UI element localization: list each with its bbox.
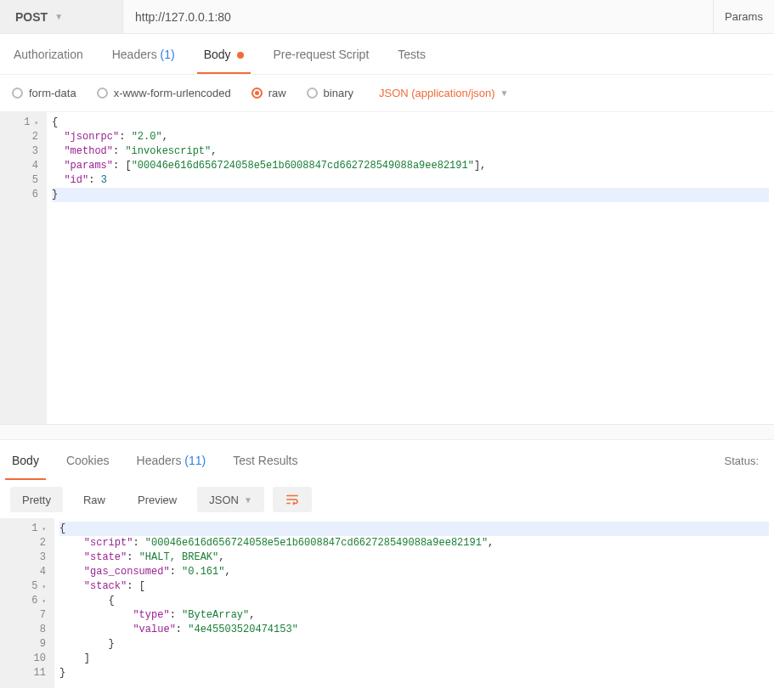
- url-input[interactable]: [123, 0, 713, 33]
- line-gutter: 1 2 3 4 5 6 7 8 9 10 11: [0, 518, 54, 688]
- line-gutter: 1 2 3 4 5 6: [0, 112, 47, 424]
- chevron-down-icon: ▼: [244, 495, 252, 505]
- tab-headers-count: (11): [184, 454, 206, 467]
- tab-response-testresults[interactable]: Test Results: [231, 442, 299, 479]
- radio-icon: [97, 88, 108, 99]
- tab-tests[interactable]: Tests: [396, 36, 427, 73]
- preview-button[interactable]: Preview: [126, 487, 189, 512]
- tab-prerequest[interactable]: Pre-request Script: [271, 36, 370, 73]
- request-tabs: Authorization Headers (1) Body Pre-reque…: [0, 34, 774, 75]
- wrap-lines-button[interactable]: [273, 487, 312, 512]
- body-type-selector: form-data x-www-form-urlencoded raw bina…: [0, 75, 774, 112]
- radio-urlencoded[interactable]: x-www-form-urlencoded: [97, 87, 231, 99]
- content-type-label: JSON (application/json): [379, 87, 495, 99]
- chevron-down-icon: ▼: [500, 88, 509, 98]
- tab-body-label: Body: [204, 48, 231, 61]
- radio-icon: [307, 88, 318, 99]
- dot-indicator-icon: [237, 52, 244, 59]
- tab-response-headers[interactable]: Headers (11): [135, 442, 208, 479]
- radio-binary[interactable]: binary: [307, 87, 353, 99]
- params-button[interactable]: Params: [713, 0, 774, 33]
- radio-label: x-www-form-urlencoded: [114, 87, 231, 99]
- format-label: JSON: [209, 494, 239, 506]
- tab-authorization[interactable]: Authorization: [12, 36, 85, 73]
- radio-icon: [12, 88, 23, 99]
- radio-label: binary: [324, 87, 353, 99]
- radio-form-data[interactable]: form-data: [12, 87, 76, 99]
- tab-headers[interactable]: Headers (1): [110, 36, 177, 73]
- http-method-label: POST: [15, 10, 48, 24]
- request-code-area[interactable]: { "jsonrpc": "2.0", "method": "invokescr…: [47, 112, 774, 424]
- chevron-down-icon: ▼: [54, 12, 63, 21]
- tab-headers-count: (1): [161, 48, 175, 61]
- tab-headers-label: Headers: [112, 48, 161, 61]
- tab-label: Headers: [137, 454, 185, 467]
- pretty-button[interactable]: Pretty: [10, 487, 63, 512]
- raw-button[interactable]: Raw: [71, 487, 117, 512]
- response-tabs: Body Cookies Headers (11) Test Results S…: [0, 440, 774, 481]
- radio-label: raw: [268, 87, 286, 99]
- response-body-viewer[interactable]: 1 2 3 4 5 6 7 8 9 10 11 { "script": "000…: [0, 518, 774, 688]
- format-dropdown[interactable]: JSON ▼: [197, 487, 264, 512]
- tab-response-body[interactable]: Body: [10, 442, 41, 479]
- radio-label: form-data: [29, 87, 76, 99]
- radio-icon: [251, 88, 263, 99]
- request-topbar: POST ▼ Params: [0, 0, 774, 34]
- tab-response-cookies[interactable]: Cookies: [65, 442, 111, 479]
- tab-body[interactable]: Body: [202, 36, 246, 73]
- response-toolbar: Pretty Raw Preview JSON ▼: [0, 481, 774, 518]
- request-body-editor[interactable]: 1 2 3 4 5 6 { "jsonrpc": "2.0", "method"…: [0, 112, 774, 425]
- content-type-dropdown[interactable]: JSON (application/json) ▼: [379, 87, 508, 99]
- section-divider: [0, 425, 774, 440]
- wrap-icon: [285, 492, 300, 507]
- radio-raw[interactable]: raw: [251, 87, 286, 99]
- status-label: Status:: [725, 454, 764, 467]
- http-method-dropdown[interactable]: POST ▼: [0, 0, 123, 33]
- response-code-area: { "script": "00046e616d656724058e5e1b600…: [54, 518, 774, 688]
